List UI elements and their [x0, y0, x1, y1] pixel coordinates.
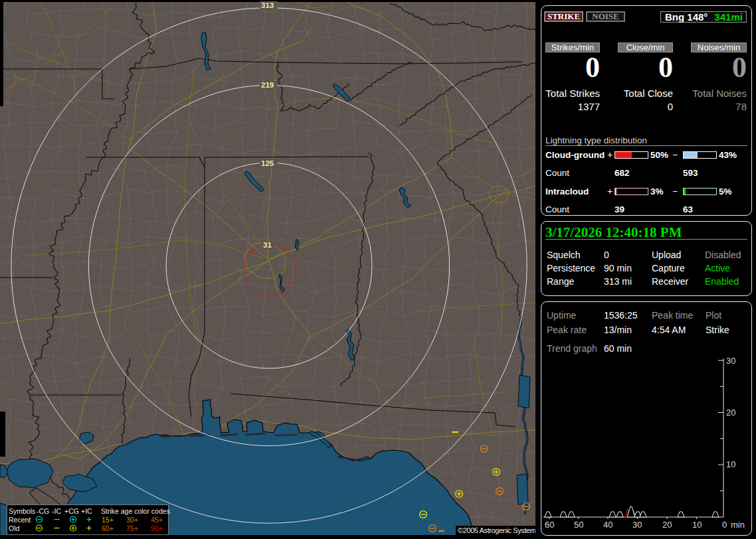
svg-text:30: 30 [632, 520, 642, 530]
svg-text:20: 20 [662, 520, 672, 530]
svg-text:125: 125 [261, 159, 274, 167]
svg-text:219: 219 [261, 81, 274, 89]
svg-text:10: 10 [726, 459, 735, 469]
svg-text:50: 50 [574, 520, 583, 530]
svg-text:30: 30 [726, 356, 735, 366]
svg-text:60: 60 [545, 520, 554, 530]
svg-text:min: min [731, 520, 745, 530]
svg-text:20: 20 [726, 408, 735, 418]
svg-text:10: 10 [692, 520, 702, 530]
svg-text:31: 31 [263, 241, 272, 249]
svg-text:313: 313 [261, 1, 274, 9]
svg-text:0: 0 [722, 520, 727, 530]
svg-text:40: 40 [603, 520, 613, 530]
